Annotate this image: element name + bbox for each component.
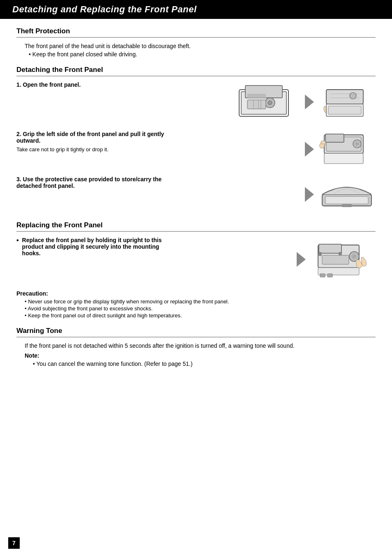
step-1-panel-svg [318,83,376,120]
warning-tone-heading: Warning Tone [16,327,376,337]
svg-rect-10 [326,90,363,104]
detaching-heading: Detaching the Front Panel [16,66,376,76]
step-2-images [173,131,376,168]
warning-tone-section: Warning Tone If the front panel is not d… [16,327,376,367]
page-container: Detaching and Replacing the Front Panel … [0,0,392,557]
svg-rect-18 [325,134,344,142]
svg-rect-26 [319,244,341,253]
step-3-number: 3. [16,176,21,183]
precaution-section: Precaution: • Never use force or grip th… [16,290,376,319]
svg-point-30 [352,254,356,259]
step-3-arrow [305,187,314,202]
precaution-title: Precaution: [16,290,376,297]
replace-text: • Replace the front panel by holding it … [16,237,173,261]
step-3-case-svg [318,176,376,213]
page-number: 7 [8,537,20,549]
svg-rect-9 [247,94,266,98]
svg-rect-31 [322,255,349,264]
svg-rect-24 [342,205,352,207]
step-1-row: 1. Open the front panel. [16,81,376,122]
theft-protection-section: Theft Protection The front panel of the … [16,27,376,58]
theft-protection-bullet: • Keep the front panel closed while driv… [29,51,376,58]
svg-rect-33 [320,274,325,277]
step-1-device-svg [235,81,301,122]
step-2-text: 2. Grip the left side of the front panel… [16,131,173,153]
step-1-text: 1. Open the front panel. [16,81,173,88]
svg-rect-15 [328,106,361,114]
header-banner: Detaching and Replacing the Front Panel [0,0,392,19]
warning-tone-body: If the front panel is not detached withi… [25,342,376,349]
step-2-note: Take care not to grip it tightly or drop… [16,146,164,153]
svg-rect-5 [247,100,266,109]
bullet-symbol: • [29,51,32,58]
note-item: • You can cancel the warning tone functi… [33,361,376,367]
svg-rect-34 [327,274,332,277]
step-2-number: 2. [16,131,21,137]
precaution-item-2: • Avoid subjecting the front panel to ex… [25,305,376,312]
content-area: Theft Protection The front panel of the … [0,27,392,392]
svg-rect-27 [319,252,321,256]
step-3-images [173,176,376,213]
replace-arrow [297,252,306,267]
theft-protection-body: The front panel of the head unit is deta… [25,43,376,49]
svg-point-4 [268,101,272,105]
step-1-instruction: Open the front panel. [23,81,81,88]
step-1-number: 1. [16,81,21,88]
step-3-text: 3. Use the protective case provided to s… [16,176,173,189]
replace-bullet: • Replace the front panel by holding it … [16,237,173,257]
detaching-section: Detaching the Front Panel 1. Open the fr… [16,66,376,213]
replace-instruction: Replace the front panel by holding it up… [22,237,173,257]
bullet-dot: • [16,237,19,244]
step-2-panel-svg [318,131,376,168]
replace-images [173,237,376,282]
precaution-item-3: • Keep the front panel out of direct sun… [25,312,376,319]
replacing-heading: Replacing the Front Panel [16,221,376,232]
step-1-images [173,81,376,122]
replace-svg [310,237,376,282]
precaution-item-1: • Never use force or grip the display ti… [25,298,376,305]
step-3-instruction: Use the protective case provided to stor… [16,176,161,189]
step-2-instruction: Grip the left side of the front panel an… [16,131,164,144]
page-title: Detaching and Replacing the Front Panel [12,4,380,15]
theft-protection-heading: Theft Protection [16,27,376,38]
step-1-arrow [305,95,314,109]
replace-row: • Replace the front panel by holding it … [16,237,376,282]
svg-point-20 [355,142,359,146]
note-block: Note: • You can cancel the warning tone … [25,352,376,367]
step-3-row: 3. Use the protective case provided to s… [16,176,376,213]
svg-rect-23 [325,196,368,204]
step-2-row: 2. Grip the left side of the front panel… [16,131,376,168]
note-title: Note: [25,352,376,359]
svg-point-13 [350,92,356,99]
replacing-section: Replacing the Front Panel • Replace the … [16,221,376,282]
svg-rect-21 [324,153,363,164]
step-2-arrow [305,142,314,157]
